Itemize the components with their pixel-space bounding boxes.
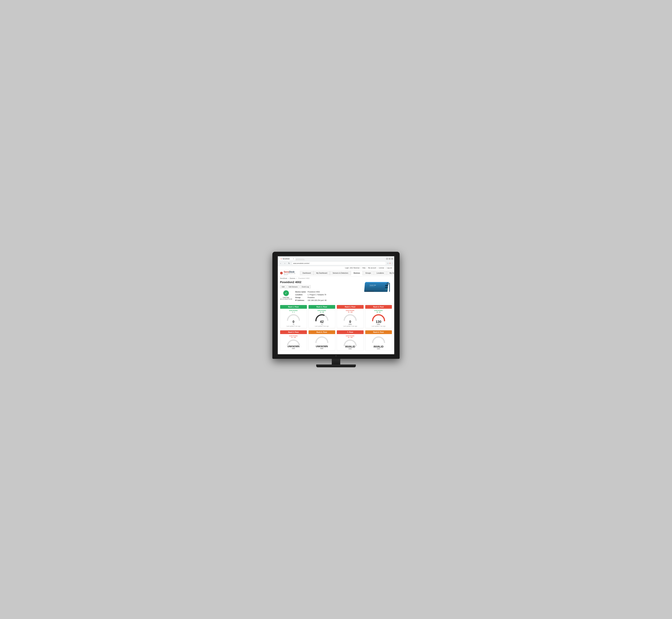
breadcrumb-sensdesk[interactable]: SensDesk xyxy=(280,277,287,279)
gauge-header: Rack 4. Floor xyxy=(365,305,392,309)
gauge-update: Last update 9 sec ago xyxy=(315,326,329,327)
gauge-value: UNKNOWN xyxy=(316,345,328,348)
svg-text:HW: HW xyxy=(387,283,389,284)
gauge-header: Rack 5. Floor xyxy=(280,330,307,334)
gauge-body: UNKNOWN kWh xyxy=(309,334,335,350)
monitor-frame: S SensDesk ✕ ─ □ ✕ ‹ xyxy=(272,252,400,367)
svg-rect-9 xyxy=(385,287,388,288)
device-title: Poseidon2 4002 xyxy=(280,281,361,284)
tab-close-btn[interactable]: ✕ xyxy=(293,258,294,260)
browser-tab-active[interactable]: S SensDesk ✕ xyxy=(279,257,296,260)
svg-rect-15 xyxy=(366,291,367,292)
gauge-unit: kWh xyxy=(373,348,383,350)
webpage-content: Login: John Newman | Help | My account |… xyxy=(278,266,394,354)
gauge-body: SAFE RANGE:12 - 68 42 °C Last update 9 s… xyxy=(309,309,335,328)
tab-sensors-detectors[interactable]: Sensors & Detectors xyxy=(330,271,351,275)
main-nav: S SensDesk IOT PORTAL BY HW GROUP Dashbo… xyxy=(278,270,394,277)
gauge-card: Rack 4. Floor SAFE RANGE:59 - 62 130 kWh… xyxy=(365,305,392,328)
gauge-svg: SAFE RANGE:78 - 135 xyxy=(343,335,358,345)
gauge-header: Rack 1. Floor xyxy=(280,305,307,309)
logo-icon: S xyxy=(280,271,283,275)
gauge-update: Last update 4 sec ago xyxy=(343,326,357,327)
tab-my-graph[interactable]: My Graph xyxy=(387,271,394,275)
gauge-row-1: Rack 1. Floor SAFE RANGE:0 - 1 0 °C Last… xyxy=(280,305,392,328)
my-account-link[interactable]: My account xyxy=(368,267,376,269)
svg-text:Data Aquisition Unit: Data Aquisition Unit xyxy=(370,286,375,287)
address-bar[interactable] xyxy=(292,262,386,265)
event-log-btn[interactable]: Event Log xyxy=(300,285,311,288)
gauge-header: 7. Floor xyxy=(337,330,364,334)
tab-devices[interactable]: Devices xyxy=(351,271,363,275)
svg-rect-20 xyxy=(373,291,374,292)
close-btn[interactable]: ✕ xyxy=(391,258,393,260)
svg-rect-16 xyxy=(367,291,368,292)
gauge-svg: SAFE RANGE:59 - 62 xyxy=(371,310,386,320)
gauge-svg xyxy=(314,335,329,345)
gauge-svg: SAFE RANGE:12 - 68 xyxy=(314,310,329,320)
gauge-card: Rack 3. Floor SAFE RANGE:78 - 135 0 kWh … xyxy=(337,305,364,328)
safe-range: SAFE RANGE:78 - 135 xyxy=(343,335,358,338)
device-svg: Poseidon² 4002 Data Aquisition Unit xyxy=(364,281,392,295)
gauge-body: SAFE RANGE:78 - 135 0 kWh Last update 4 … xyxy=(337,309,364,328)
breadcrumb-devices[interactable]: Devices xyxy=(290,277,295,279)
gauge-header: Rack 3. Floor xyxy=(337,305,364,309)
gauge-svg: SAFE RANGE:78 - 135 xyxy=(286,335,301,345)
monitor-stand xyxy=(272,359,400,367)
gauge-unit: kWh xyxy=(349,324,352,325)
tab-groups[interactable]: Groups xyxy=(363,271,374,275)
gauge-unit: °C xyxy=(320,324,324,325)
tab-my-dashboard[interactable]: My Dashboard xyxy=(313,271,330,275)
tab-locations[interactable]: Locations xyxy=(374,271,386,275)
device-header: Poseidon2 4002 Edit Edit Sensors Event L… xyxy=(278,280,394,303)
gauge-body: INVALID kWh xyxy=(365,334,392,351)
menu-icon[interactable]: ⋮ xyxy=(391,262,393,264)
screen: S SensDesk ✕ ─ □ ✕ ‹ xyxy=(278,256,394,355)
gauge-row-2: Rack 5. Floor SAFE RANGE:78 - 135 UNKNOW… xyxy=(280,330,392,351)
gauge-card: Rack 2. Floor SAFE RANGE:12 - 68 42 °C L… xyxy=(308,305,335,328)
status-indicator: ✓ xyxy=(283,290,289,296)
forward-btn[interactable]: › xyxy=(283,262,287,265)
back-btn[interactable]: ‹ xyxy=(279,262,282,265)
top-login-bar: Login: John Newman | Help | My account |… xyxy=(278,266,394,270)
svg-rect-3 xyxy=(364,283,388,292)
help-link[interactable]: Help xyxy=(362,267,366,269)
gauge-card: Rack 5. Floor SAFE RANGE:78 - 135 UNKNOW… xyxy=(280,330,307,351)
gauge-svg xyxy=(371,335,386,345)
tab-dashboard[interactable]: Dashboard xyxy=(300,271,314,275)
edit-sensors-btn[interactable]: Edit Sensors xyxy=(287,285,299,288)
license-link[interactable]: License xyxy=(379,267,384,269)
minimize-btn[interactable]: ─ xyxy=(386,258,388,260)
gauges-section: Rack 1. Floor SAFE RANGE:0 - 1 0 °C Last… xyxy=(278,303,394,354)
bookmark-icon[interactable]: ☆ xyxy=(387,262,389,264)
login-label: Login: John Newman xyxy=(345,267,360,269)
edit-btn[interactable]: Edit xyxy=(280,285,286,288)
device-image: Poseidon² 4002 Data Aquisition Unit xyxy=(364,281,392,295)
svg-marker-4 xyxy=(365,282,389,283)
gauge-value: INVALID xyxy=(373,345,383,348)
gauge-card: Rack 6. Floor UNKNOWN kWh xyxy=(308,330,335,351)
svg-rect-18 xyxy=(370,291,371,292)
breadcrumb: SensDesk > Devices > Poseidon2 4002 xyxy=(278,277,394,280)
svg-text:Poseidon² 4002: Poseidon² 4002 xyxy=(370,285,376,286)
logout-link[interactable]: Log out xyxy=(387,267,392,269)
browser-chrome: S SensDesk ✕ ─ □ ✕ ‹ xyxy=(278,256,394,266)
gauge-body: SAFE RANGE:78 - 135 INVALID kWh xyxy=(337,334,364,351)
power-indicator xyxy=(335,355,337,356)
browser-tab-inactive[interactable] xyxy=(296,259,304,260)
gauge-card: Rack 8. Floor INVALID kWh xyxy=(365,330,392,351)
maximize-btn[interactable]: □ xyxy=(389,258,391,260)
gauge-update: Last update 5 sec ago xyxy=(287,326,300,327)
gauge-header: Rack 8. Floor xyxy=(365,330,392,334)
safe-range: SAFE RANGE:59 - 62 xyxy=(371,310,386,313)
extension-icon[interactable]: A xyxy=(389,262,391,264)
gauge-unit: kWh xyxy=(316,348,328,349)
reload-btn[interactable]: ↻ xyxy=(287,262,291,265)
gauge-header: Rack 6. Floor xyxy=(309,330,335,334)
svg-rect-8 xyxy=(385,285,388,286)
action-buttons: Edit Edit Sensors Event Log xyxy=(280,285,361,288)
stand-neck xyxy=(332,359,340,364)
gauge-svg: SAFE RANGE:78 - 135 xyxy=(343,310,358,320)
gauge-card: 7. Floor SAFE RANGE:78 - 135 INVALID kWh xyxy=(337,330,364,351)
safe-range: SAFE RANGE:12 - 68 xyxy=(314,310,329,313)
gauge-card: Rack 1. Floor SAFE RANGE:0 - 1 0 °C Last… xyxy=(280,305,307,328)
